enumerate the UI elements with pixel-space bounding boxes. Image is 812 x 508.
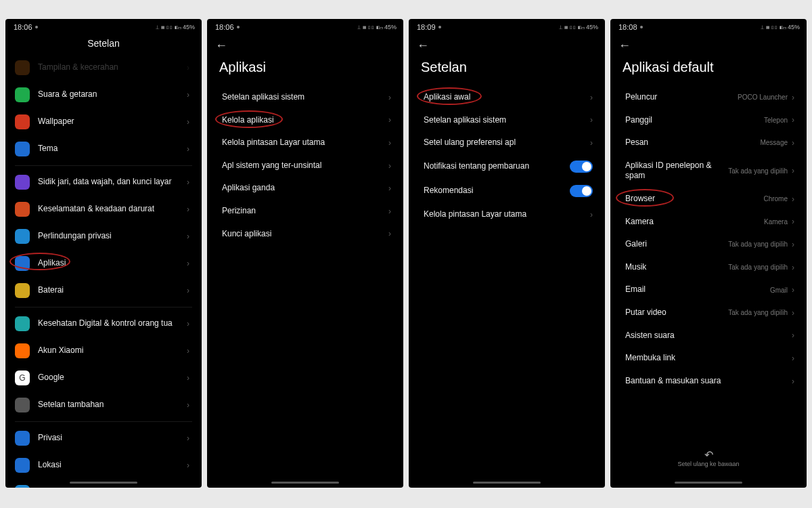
chevron-right-icon: › [187,63,189,72]
chevron-right-icon: › [388,138,391,148]
back-button[interactable]: ← [417,39,429,51]
default-app-voice-help[interactable]: Bantuan & masukan suara › [613,370,804,393]
phone-screen-3: 18:09 ⟂ ▦ ▯▯ ◧▭ 45% ← Setelan Aplikasi a… [409,19,605,488]
settings-item-biometric[interactable]: Sidik jari, data wajah, dan kunci layar … [8,169,199,196]
status-time: 18:08 [618,23,637,31]
settings-item-wallpaper[interactable]: Wallpaper › [8,108,199,135]
status-bar: 18:08 ⟂ ▦ ▯▯ ◧▭ 45% [610,19,807,34]
default-app-browser[interactable]: Browser Chrome › [613,188,804,211]
default-app-email[interactable]: Email Gmail › [613,278,804,301]
apps-icon [15,256,30,271]
chevron-right-icon: › [388,184,391,193]
settings-item-location[interactable]: Lokasi › [8,452,199,479]
dots-icon [15,398,30,412]
nav-pill[interactable] [70,482,137,484]
settings-item-xiaomi-account[interactable]: Akun Xiaomi › [8,337,199,364]
chevron-right-icon: › [590,115,593,125]
settings-item-battery[interactable]: Baterai › [8,277,199,304]
status-battery: 45% [586,24,598,30]
status-bar: 18:06 ⟂ ▦ ▯▯ ◧▭ 45% [5,19,202,34]
page-title: Aplikasi [207,53,403,86]
apps-item-system-settings[interactable]: Setelan aplikasi sistem › [210,86,401,109]
settings-item-update-notif[interactable]: Notifikasi tentang pembaruan [411,154,602,179]
apps-item-shortcuts[interactable]: Kelola pintasan Layar utama › [210,131,401,154]
default-app-camera[interactable]: Kamera Kamera › [613,211,804,234]
page-title: Setelan [409,53,605,86]
divider [15,165,192,166]
toggle-switch[interactable] [570,185,593,197]
apps-item-manage-apps[interactable]: Kelola aplikasi › [210,109,401,132]
settings-item-system-app-settings[interactable]: Setelan aplikasi sistem › [411,109,602,132]
settings-item-privacy[interactable]: Perlindungan privasi › [8,223,199,250]
chevron-right-icon: › [792,166,794,175]
phone-screen-2: 18:06 ⟂ ▦ ▯▯ ◧▭ 45% ← Aplikasi Setelan a… [207,19,403,488]
chevron-right-icon: › [187,144,189,154]
divider [15,307,192,308]
chevron-right-icon: › [187,346,189,356]
default-app-launcher[interactable]: Peluncur POCO Launcher › [613,86,804,109]
privacy-icon [15,431,30,446]
settings-item-default-apps[interactable]: Aplikasi awal › [411,86,602,109]
chevron-right-icon: › [792,331,794,340]
apps-item-app-lock[interactable]: Kunci aplikasi › [210,223,401,246]
mi-icon [15,343,30,358]
nav-pill[interactable] [473,482,541,484]
theme-icon [15,142,30,156]
back-button[interactable]: ← [618,39,631,51]
settings-item-google[interactable]: G Google › [8,364,199,391]
nav-pill[interactable] [675,482,742,484]
default-app-callerid[interactable]: Aplikasi ID penelepon & spam Tak ada yan… [613,154,804,188]
default-app-dialer[interactable]: Panggil Telepon › [613,109,804,132]
battery-icon [15,283,30,298]
wellbeing-icon [15,316,30,331]
status-battery: 45% [384,24,397,30]
default-app-gallery[interactable]: Galeri Tak ada yang dipilih › [613,233,804,256]
chevron-right-icon: › [792,240,794,249]
settings-item-recommendations[interactable]: Rekomendasi [411,179,602,203]
chevron-right-icon: › [590,210,593,219]
settings-item-additional[interactable]: Setelan tambahan › [8,391,199,419]
default-app-voice-assistant[interactable]: Asisten suara › [613,324,804,347]
page-title: Setelan [5,34,202,54]
chevron-right-icon: › [792,93,794,102]
status-icons: ⟂ ▦ ▯▯ ◧▭ [761,24,786,30]
apps-item-permissions[interactable]: Perizinan › [210,200,401,223]
settings-item-emergency[interactable]: Keselamatan & keadaan darurat › [8,196,199,223]
chevron-right-icon: › [792,138,794,148]
chevron-right-icon: › [388,93,391,102]
fingerprint-icon [15,175,30,190]
chevron-right-icon: › [187,177,189,187]
chevron-right-icon: › [792,308,794,318]
settings-item-digital-wellbeing[interactable]: Kesehatan Digital & kontrol orang tua › [8,310,199,337]
settings-item-apps[interactable]: Aplikasi › [8,250,199,277]
google-icon: G [15,371,30,385]
toggle-switch[interactable] [570,161,593,173]
status-dot-icon [438,26,441,28]
default-app-messages[interactable]: Pesan Message › [613,131,804,154]
default-app-music[interactable]: Musik Tak ada yang dipilih › [613,256,804,279]
settings-item-privacy2[interactable]: Privasi › [8,425,199,452]
chevron-right-icon: › [388,161,391,171]
settings-item-reset-prefs[interactable]: Setel ulang preferensi apl › [411,131,602,154]
settings-item-display[interactable]: Tampilan & kecerahan › [8,54,199,81]
location-icon [15,458,30,473]
chevron-right-icon: › [187,319,189,329]
default-app-video[interactable]: Putar video Tak ada yang dipilih › [613,301,804,324]
status-icons: ⟂ ▦ ▯▯ ◧▭ [357,24,383,30]
chevron-right-icon: › [187,259,189,268]
default-app-open-links[interactable]: Membuka link › [613,347,804,370]
back-button[interactable]: ← [215,39,227,51]
settings-item-shortcuts2[interactable]: Kelola pintasan Layar utama › [411,203,602,226]
apps-item-dual-apps[interactable]: Aplikasi ganda › [210,177,401,200]
chevron-right-icon: › [792,354,794,363]
sound-icon [15,87,30,102]
status-dot-icon [237,26,240,28]
settings-item-theme[interactable]: Tema › [8,135,199,163]
chevron-right-icon: › [388,207,391,216]
apps-item-uninstalled[interactable]: Apl sistem yang ter-unsintal › [210,154,401,177]
chevron-right-icon: › [187,232,189,241]
undo-icon: ↶ [610,450,807,461]
settings-item-sound[interactable]: Suara & getaran › [8,81,199,108]
nav-pill[interactable] [271,482,339,484]
status-battery: 45% [183,24,195,30]
